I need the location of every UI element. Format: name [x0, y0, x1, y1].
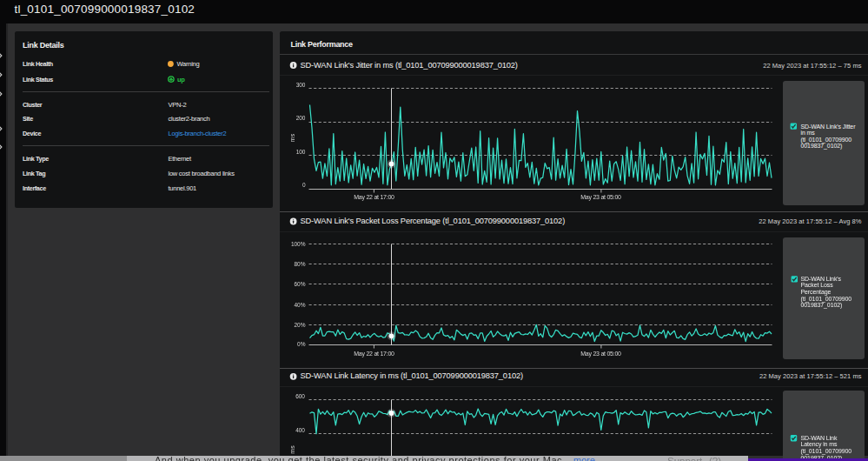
svg-text:May 23 at 05:00: May 23 at 05:00 [580, 194, 621, 201]
svg-text:40%: 40% [294, 302, 305, 308]
svg-text:600: 600 [295, 393, 305, 399]
svg-text:May 22 at 17:00: May 22 at 17:00 [354, 351, 394, 357]
svg-text:80%: 80% [294, 261, 305, 267]
svg-text:400: 400 [295, 427, 305, 433]
svg-text:May 23 at 05:00: May 23 at 05:00 [580, 351, 621, 357]
svg-text:100%: 100% [291, 241, 306, 247]
svg-text:60%: 60% [294, 281, 305, 287]
svg-text:ms: ms [289, 445, 295, 454]
svg-text:ms: ms [289, 133, 295, 142]
svg-text:100: 100 [296, 149, 306, 155]
svg-text:May 22 at 17:00: May 22 at 17:00 [354, 194, 394, 201]
svg-text:300: 300 [296, 82, 306, 88]
svg-text:20%: 20% [294, 322, 305, 328]
svg-text:0%: 0% [297, 341, 306, 347]
svg-text:0: 0 [302, 182, 306, 188]
svg-text:200: 200 [296, 115, 306, 121]
